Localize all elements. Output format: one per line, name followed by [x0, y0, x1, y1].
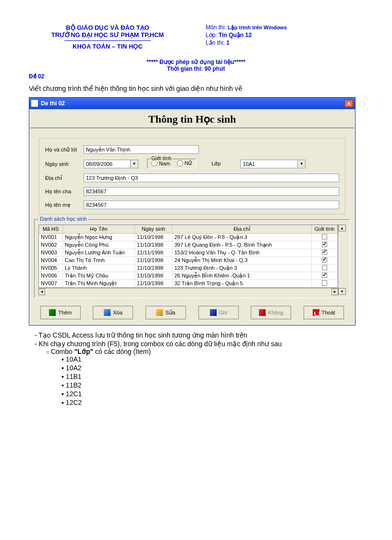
vscroll-track[interactable] — [338, 231, 346, 288]
class-value: Tin Quận 12 — [219, 32, 252, 38]
gender-checkbox[interactable] — [322, 234, 327, 239]
subject-value: Lập trình trên Windows — [228, 25, 287, 30]
university-line: TRƯỜNG ĐẠI HỌC SƯ PHẠM TP,HCM — [29, 31, 186, 38]
gender-checkbox[interactable] — [322, 265, 327, 270]
student-grid[interactable]: Mã HS Họ Tên Ngày sinh Địa chỉ Giới tính… — [38, 225, 338, 288]
task-2: Khi chạy chương trình (F5), trong combox… — [42, 340, 363, 406]
mother-input[interactable] — [84, 201, 339, 209]
app-window: De thi 02 ✕ Thông tin Học sinh Họ và chữ… — [29, 97, 355, 326]
student-list-group: Danh sách học sinh Mã HS Họ Tên Ngày sin… — [34, 219, 350, 298]
exit-button[interactable]: Thoát — [304, 306, 344, 319]
grid-header: Mã HS Họ Tên Ngày sinh Địa chỉ Giới tính — [39, 225, 338, 234]
gender-checkbox[interactable] — [322, 250, 327, 255]
fullname-label: Họ và chữ lót — [45, 147, 84, 153]
gender-checkbox[interactable] — [322, 242, 327, 247]
header-separator — [64, 40, 151, 41]
delete-icon — [104, 309, 110, 316]
grid-vscrollbar[interactable]: ▲ ▼ — [338, 225, 346, 295]
scroll-up-button[interactable]: ▲ — [338, 225, 346, 231]
app-icon — [31, 100, 38, 107]
col-header-id[interactable]: Mã HS — [39, 225, 63, 233]
power-icon — [313, 309, 319, 316]
faculty-line: KHOA TOÁN – TIN HỌC — [29, 43, 186, 50]
doc-tasks: Tạo CSDL Access lưu trữ thông tin học si… — [29, 331, 363, 406]
close-button[interactable]: ✕ — [344, 100, 353, 107]
gender-female-radio[interactable] — [177, 160, 183, 166]
combo-item: 10A1 — [69, 355, 363, 363]
attempt-label: Lần thi: — [206, 39, 226, 46]
combo-item: 10A2 — [69, 364, 363, 372]
table-row[interactable]: NV005Lý Thành11/10/1998123 Trương Định -… — [39, 264, 338, 272]
address-input[interactable] — [84, 174, 339, 182]
col-header-dob[interactable]: Ngày sinh — [135, 225, 172, 233]
edit-button[interactable]: Sửa — [146, 306, 186, 319]
task-1: Tạo CSDL Access lưu trữ thông tin học si… — [42, 331, 363, 339]
student-form: Họ và chữ lót Ngày sinh ▼ Giới tính Nam … — [39, 138, 345, 214]
scroll-down-button[interactable]: ▼ — [338, 288, 346, 295]
birthdate-label: Ngày sinh — [45, 161, 84, 167]
table-row[interactable]: NV007Trần Thị Minh Nguyệt11/10/199832 Tr… — [39, 280, 338, 288]
scroll-right-button[interactable]: ► — [331, 289, 338, 295]
scroll-left-button[interactable]: ◄ — [38, 289, 45, 295]
cancel-icon — [259, 309, 266, 316]
father-input[interactable] — [84, 187, 339, 196]
col-header-gender[interactable]: Giới tính — [312, 225, 338, 233]
combo-item: 12C2 — [69, 399, 363, 406]
cancel-button[interactable]: Không — [251, 306, 291, 319]
titlebar: De thi 02 ✕ — [29, 98, 355, 109]
add-icon — [49, 309, 56, 316]
ministry-line: BỘ GIÁO DỤC VÀ ĐÀO TẠO — [29, 24, 186, 31]
grid-hscrollbar[interactable]: ◄ ► — [38, 288, 338, 295]
gender-legend: Giới tính — [150, 155, 172, 162]
address-label: Địa chỉ — [45, 175, 84, 181]
gender-checkbox[interactable] — [322, 273, 327, 278]
table-row[interactable]: NV002Nguyễn Công Phú11/10/1998397 Lê Qua… — [39, 241, 338, 249]
class-dropdown-button[interactable]: ▼ — [298, 160, 306, 168]
task-2a: Combo "Lớp" có các dòng (Item) 10A110A21… — [56, 348, 363, 406]
task-intro: Viết chương trình thể hiện thông tin học… — [29, 85, 363, 92]
subject-label: Môn thi: — [206, 24, 228, 31]
father-label: Họ tên cha — [45, 188, 84, 195]
gender-checkbox[interactable] — [322, 280, 327, 286]
delete-button[interactable]: Xóa — [93, 306, 133, 319]
col-header-name[interactable]: Họ Tên — [63, 225, 135, 233]
window-title: De thi 02 — [41, 100, 344, 107]
mother-label: Họ tên mẹ — [45, 202, 84, 208]
class-label: Lớp: — [206, 32, 219, 38]
button-bar: Thêm Xóa Sửa Ghi Không Thoát — [29, 302, 355, 325]
table-row[interactable]: NV001Nguyễn Ngọc Hưng11/10/1998297 Lê Qu… — [39, 234, 338, 241]
table-row[interactable]: NV004Cao Thị Tố Trinh11/10/199824 Nguyễn… — [39, 257, 338, 264]
gender-checkbox[interactable] — [322, 257, 327, 263]
student-list-legend: Danh sách học sinh — [38, 216, 88, 222]
gender-group: Giới tính Nam Nữ — [147, 159, 196, 169]
doc-header-right: Môn thi: Lập trình trên Windows Lớp: Tin… — [186, 24, 363, 50]
doc-header-left: BỘ GIÁO DỤC VÀ ĐÀO TẠO TRƯỜNG ĐẠI HỌC SƯ… — [29, 24, 186, 50]
date-dropdown-button[interactable]: ▼ — [131, 160, 138, 168]
doc-header: BỘ GIÁO DỤC VÀ ĐÀO TẠO TRƯỜNG ĐẠI HỌC SƯ… — [29, 24, 363, 50]
table-row[interactable]: NV003Nguyễn Lương Anh Tuấn11/11/1998153/… — [39, 249, 338, 257]
doc-notice: ***** Được phép sử dụng tài liệu***** Th… — [29, 59, 363, 72]
add-button[interactable]: Thêm — [40, 306, 81, 319]
combo-item: 11B1 — [69, 373, 363, 380]
save-icon — [210, 309, 217, 316]
gender-female-option[interactable]: Nữ — [177, 160, 192, 166]
notice-line2: Thời gian thi: 90 phút — [29, 65, 363, 72]
save-button[interactable]: Ghi — [198, 306, 239, 319]
combo-item: 11B2 — [69, 381, 363, 389]
attempt-value: 1 — [226, 39, 230, 46]
app-heading: Thông tin Học sinh — [30, 109, 354, 128]
birthdate-input[interactable] — [84, 160, 131, 168]
exam-number: Đề 02 — [29, 73, 363, 80]
combo-item: 12C1 — [69, 390, 363, 398]
fullname-input[interactable] — [84, 145, 199, 154]
col-header-address[interactable]: Địa chỉ — [172, 225, 312, 233]
class-combo-label: Lớp — [211, 161, 240, 167]
table-row[interactable]: NV006Trần Thị Mỹ Châu11/10/199826 Nguyễn… — [39, 272, 338, 280]
notice-line1: ***** Được phép sử dụng tài liệu***** — [29, 59, 363, 65]
class-combo[interactable] — [240, 160, 298, 168]
edit-icon — [156, 309, 163, 316]
